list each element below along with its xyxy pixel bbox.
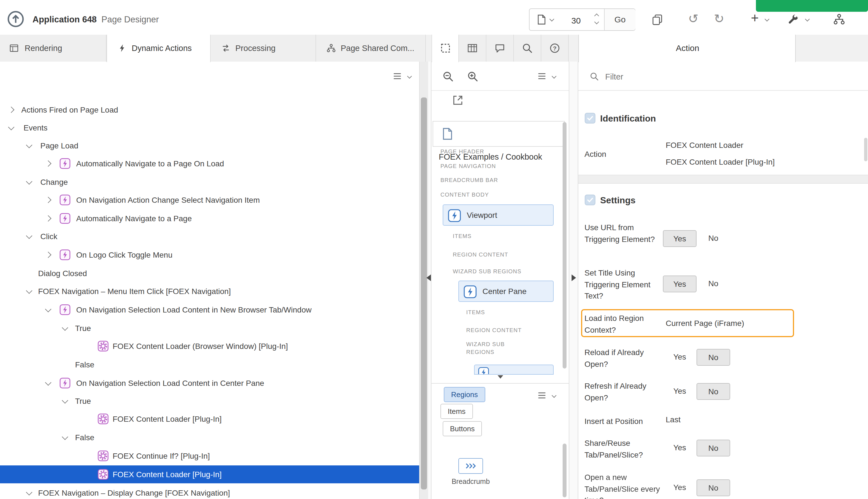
layout-menu-chevron-icon[interactable]: [552, 74, 556, 78]
setting-value[interactable]: Last: [666, 416, 680, 424]
shared-components-nav-icon[interactable]: [833, 13, 846, 26]
tree-item[interactable]: Automatically Navigate to a Page: [0, 209, 419, 227]
tree-item[interactable]: Dialog Closed: [0, 264, 419, 282]
settings-section-title[interactable]: Settings: [600, 195, 636, 206]
chevron-right-icon[interactable]: [45, 252, 51, 258]
chevron-down-icon[interactable]: [8, 124, 14, 131]
toggle-no[interactable]: No: [697, 276, 730, 292]
collapse-left-panel-icon[interactable]: [426, 275, 431, 281]
gallery-tab-items[interactable]: Items: [441, 404, 473, 419]
toggle-no-selected[interactable]: No: [697, 440, 730, 457]
chevron-down-icon[interactable]: [62, 434, 68, 440]
toggle-yes[interactable]: Yes: [663, 383, 697, 400]
section-collapse-checkbox-icon[interactable]: [584, 194, 596, 206]
region-viewport[interactable]: Viewport: [443, 204, 554, 226]
gallery-menu-chevron-icon[interactable]: [552, 393, 556, 398]
gallery-tab-regions[interactable]: Regions: [444, 387, 485, 402]
toggle-no-selected[interactable]: No: [697, 479, 730, 496]
tab-page-shared-components[interactable]: Page Shared Com...: [316, 35, 426, 62]
chevron-down-icon[interactable]: [26, 489, 33, 496]
toggle-yes-selected[interactable]: Yes: [663, 276, 697, 292]
tree-item[interactable]: True: [0, 319, 419, 337]
tree-item[interactable]: FOEX Content Loader [Plug-In]: [0, 410, 419, 428]
gallery-item-breadcrumb[interactable]: [458, 458, 483, 474]
tree-menu-chevron-icon[interactable]: [407, 74, 412, 78]
expand-layout-icon[interactable]: [451, 94, 464, 106]
chevron-down-icon[interactable]: [26, 178, 33, 185]
tree-item[interactable]: FOEX Content Loader (Browser Window) [Pl…: [0, 337, 419, 355]
toggle-yes[interactable]: Yes: [663, 479, 697, 496]
zoom-in-icon[interactable]: [467, 71, 479, 82]
section-collapse-checkbox-icon[interactable]: [584, 112, 596, 124]
page-number-input[interactable]: [560, 10, 592, 31]
redo-icon[interactable]: ↻: [714, 12, 724, 26]
toggle-yes[interactable]: Yes: [663, 440, 697, 457]
tab-action[interactable]: Action: [578, 35, 796, 62]
toggle-yes-selected[interactable]: Yes: [663, 230, 697, 247]
tab-search[interactable]: [514, 35, 541, 62]
tree-item[interactable]: Click: [0, 227, 419, 245]
region-center-pane[interactable]: Center Pane: [458, 281, 554, 302]
tab-messages[interactable]: [486, 35, 514, 62]
chevron-right-icon[interactable]: [8, 107, 14, 113]
chevron-down-icon[interactable]: [45, 379, 51, 386]
utilities-menu-chevron-icon[interactable]: [805, 17, 810, 21]
tree-item[interactable]: True: [0, 392, 419, 410]
zoom-out-icon[interactable]: [442, 71, 454, 82]
tab-processing[interactable]: Processing: [211, 35, 316, 62]
utilities-wrench-icon[interactable]: [788, 14, 800, 26]
chevron-down-icon[interactable]: [62, 325, 68, 331]
tree-item[interactable]: On Navigation Selection Load Content in …: [0, 301, 419, 319]
tab-layout-select[interactable]: [432, 35, 459, 62]
region-partially-visible[interactable]: [474, 365, 554, 375]
app-breadcrumb-label[interactable]: Application 648: [33, 14, 97, 25]
tree-item[interactable]: Page Load: [0, 137, 419, 155]
chevron-right-icon[interactable]: [45, 197, 51, 203]
tree-item-selected[interactable]: FOEX Content Loader [Plug-In]: [0, 465, 419, 483]
filter-input[interactable]: [604, 67, 774, 86]
tree-item[interactable]: FOEX Navigation – Display Change [FOEX N…: [0, 484, 419, 499]
tab-grid-layout[interactable]: [459, 35, 486, 62]
chevron-right-icon[interactable]: [45, 215, 51, 222]
tree-scrollbar-thumb[interactable]: [421, 97, 427, 489]
collapse-middle-panel-icon[interactable]: [571, 275, 576, 281]
tree-item[interactable]: Change: [0, 173, 419, 191]
gallery-scrollbar-thumb[interactable]: [563, 443, 567, 497]
identification-section-title[interactable]: Identification: [600, 113, 656, 124]
tab-rendering[interactable]: Rendering: [0, 35, 107, 62]
layout-scrollbar-thumb[interactable]: [563, 122, 567, 368]
tab-dynamic-actions[interactable]: Dynamic Actions: [107, 35, 211, 62]
tree-item[interactable]: FOEX Navigation – Menu Item Click [FOEX …: [0, 282, 419, 300]
copy-page-icon[interactable]: [651, 13, 663, 26]
scroll-more-down-icon[interactable]: [498, 375, 503, 379]
tree-item[interactable]: On Logo Click Toggle Menu: [0, 246, 419, 264]
properties-scrollbar-thumb[interactable]: [864, 138, 867, 161]
chevron-down-icon[interactable]: [45, 306, 51, 313]
tree-item[interactable]: FOEX Continue If? [Plug-In]: [0, 447, 419, 465]
tree-menu-icon[interactable]: [392, 71, 402, 81]
gallery-menu-icon[interactable]: [537, 390, 547, 400]
toggle-no[interactable]: No: [697, 230, 730, 247]
tree-item[interactable]: Events: [0, 119, 419, 137]
setting-value[interactable]: Current Page (iFrame): [666, 319, 744, 328]
chevron-right-icon[interactable]: [45, 160, 51, 167]
go-button[interactable]: Go: [604, 9, 636, 30]
chevron-down-icon[interactable]: [62, 397, 68, 404]
toggle-yes[interactable]: Yes: [663, 349, 697, 366]
tree-item[interactable]: False: [0, 356, 419, 374]
gallery-tab-buttons[interactable]: Buttons: [443, 421, 482, 436]
toggle-no-selected[interactable]: No: [697, 383, 730, 400]
create-menu-chevron-icon[interactable]: [765, 17, 769, 21]
chevron-down-icon[interactable]: [26, 233, 33, 239]
undo-icon[interactable]: ↺: [688, 12, 699, 26]
toggle-no-selected[interactable]: No: [697, 349, 730, 366]
chevron-down-icon[interactable]: [26, 288, 33, 294]
tab-help[interactable]: [541, 35, 569, 62]
app-home-icon[interactable]: [7, 10, 25, 28]
tree-item[interactable]: False: [0, 428, 419, 446]
tree-item[interactable]: Actions Fired on Page Load: [0, 101, 419, 119]
create-plus-button[interactable]: +: [751, 10, 759, 26]
tree-item[interactable]: On Navigation Action Change Select Navig…: [0, 191, 419, 209]
success-notification-button[interactable]: [756, 0, 868, 12]
tree-item[interactable]: On Navigation Selection Load Content in …: [0, 374, 419, 392]
